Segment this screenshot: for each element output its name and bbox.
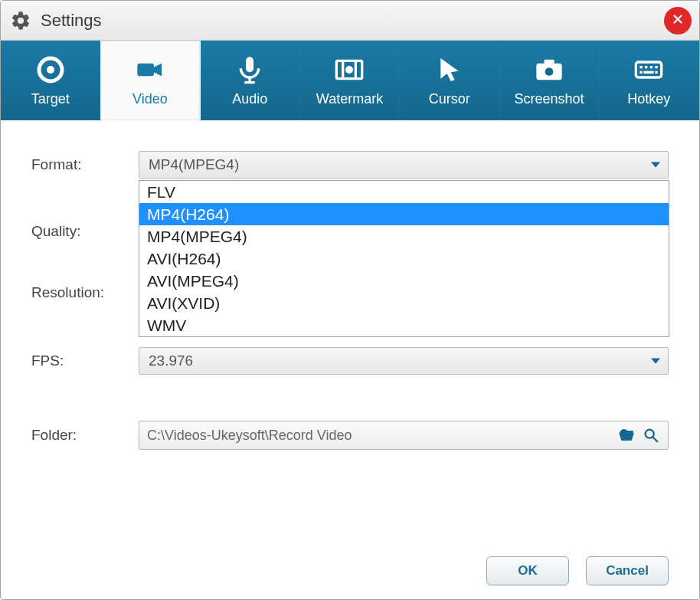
gear-icon xyxy=(10,10,31,31)
svg-rect-20 xyxy=(656,70,658,73)
tab-target[interactable]: Target xyxy=(1,41,100,120)
tab-label: Video xyxy=(132,91,168,107)
tab-audio[interactable]: Audio xyxy=(201,41,300,120)
folder-field[interactable]: C:\Videos-Ukeysoft\Record Video xyxy=(139,421,669,450)
svg-rect-15 xyxy=(645,66,647,68)
window-title: Settings xyxy=(41,11,102,31)
ok-button[interactable]: OK xyxy=(486,556,569,585)
tab-bar: Target Video Audio Watermark Cursor xyxy=(1,41,699,120)
format-option[interactable]: WMV xyxy=(139,314,669,336)
format-option[interactable]: MP4(H264) xyxy=(139,203,669,225)
target-icon xyxy=(34,54,67,85)
camera-icon xyxy=(532,54,566,85)
microphone-icon xyxy=(233,54,267,85)
svg-point-1 xyxy=(47,66,54,74)
svg-rect-16 xyxy=(650,66,653,68)
svg-rect-19 xyxy=(644,70,654,73)
tab-watermark[interactable]: Watermark xyxy=(300,41,400,120)
tab-video[interactable]: Video xyxy=(100,41,200,120)
close-button[interactable] xyxy=(664,7,692,34)
format-option[interactable]: AVI(H264) xyxy=(139,248,669,270)
folder-label: Folder: xyxy=(31,427,139,444)
svg-rect-18 xyxy=(640,70,643,73)
chevron-down-icon xyxy=(651,162,660,168)
tab-label: Audio xyxy=(232,91,267,107)
keyboard-icon xyxy=(632,54,666,85)
svg-rect-3 xyxy=(246,57,254,72)
video-camera-icon xyxy=(133,54,167,85)
cancel-button[interactable]: Cancel xyxy=(586,556,669,585)
fps-value: 23.976 xyxy=(149,352,193,369)
svg-rect-2 xyxy=(137,63,154,76)
svg-rect-17 xyxy=(656,66,658,68)
quality-label: Quality: xyxy=(31,223,139,240)
settings-window: Settings Target Video Audio xyxy=(0,0,700,600)
format-row: Format: MP4(MPEG4) xyxy=(31,151,669,179)
cursor-icon xyxy=(433,54,466,85)
format-option[interactable]: FLV xyxy=(139,181,669,203)
format-label: Format: xyxy=(31,156,139,173)
format-option[interactable]: AVI(XVID) xyxy=(139,292,669,314)
browse-icon[interactable] xyxy=(642,426,660,444)
format-value: MP4(MPEG4) xyxy=(149,156,239,173)
fps-row: FPS: 23.976 xyxy=(31,347,669,375)
svg-rect-14 xyxy=(640,66,643,68)
svg-rect-7 xyxy=(342,61,344,78)
format-option[interactable]: AVI(MPEG4) xyxy=(139,270,669,292)
format-dropdown-list[interactable]: FLV MP4(H264) MP4(MPEG4) AVI(H264) AVI(M… xyxy=(139,180,669,337)
tab-label: Watermark xyxy=(316,91,383,107)
watermark-icon xyxy=(332,54,366,85)
tab-label: Target xyxy=(31,91,70,107)
fps-select[interactable]: 23.976 xyxy=(139,347,669,375)
resolution-label: Resolution: xyxy=(31,284,139,301)
svg-rect-11 xyxy=(544,59,554,64)
fps-label: FPS: xyxy=(31,352,139,369)
svg-point-12 xyxy=(545,67,554,76)
tab-label: Cursor xyxy=(429,91,470,107)
svg-rect-8 xyxy=(355,61,357,78)
format-select[interactable]: MP4(MPEG4) xyxy=(139,151,669,179)
svg-point-9 xyxy=(345,66,353,74)
dialog-buttons: OK Cancel xyxy=(1,550,699,599)
folder-row: Folder: C:\Videos-Ukeysoft\Record Video xyxy=(31,421,669,450)
tab-hotkey[interactable]: Hotkey xyxy=(600,41,699,120)
tab-label: Screenshot xyxy=(515,91,584,107)
svg-rect-13 xyxy=(636,62,662,77)
tab-label: Hotkey xyxy=(627,91,670,107)
close-icon xyxy=(671,12,685,29)
titlebar: Settings xyxy=(1,1,699,41)
settings-panel: Format: MP4(MPEG4) FLV MP4(H264) MP4(MPE… xyxy=(1,120,699,550)
chevron-down-icon xyxy=(651,359,660,364)
folder-path: C:\Videos-Ukeysoft\Record Video xyxy=(147,428,611,444)
tab-cursor[interactable]: Cursor xyxy=(400,41,499,120)
format-option[interactable]: MP4(MPEG4) xyxy=(139,225,669,248)
svg-line-22 xyxy=(653,438,658,442)
tab-screenshot[interactable]: Screenshot xyxy=(499,41,599,120)
open-folder-icon[interactable] xyxy=(617,426,636,444)
